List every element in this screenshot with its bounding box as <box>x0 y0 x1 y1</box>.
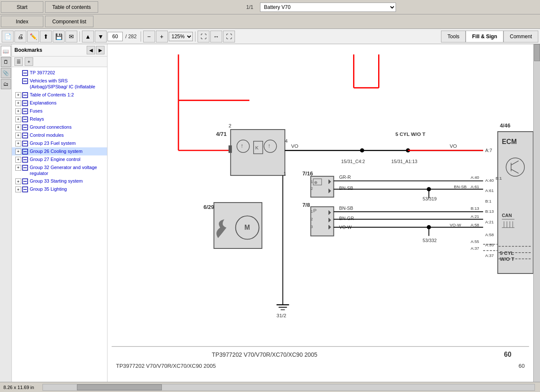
bm-vehicles-label: Vehicles with SRS (Airbag)/SIPSbag/ IC (… <box>30 78 105 90</box>
bm-explanations-label: Explanations <box>30 100 57 106</box>
svg-text:15/31_C4:2: 15/31_C4:2 <box>341 159 365 164</box>
svg-text:A:55: A:55 <box>471 239 480 244</box>
footer-right: 60 <box>519 363 525 369</box>
svg-text:↑: ↑ <box>268 143 271 149</box>
bm-g23-icon <box>22 141 28 147</box>
toolbar-sep1 <box>79 31 80 42</box>
bm-toc-expand[interactable]: + <box>15 92 21 98</box>
svg-text:4/71: 4/71 <box>216 131 226 137</box>
toolbar-upload-btn[interactable]: 📄 <box>2 31 14 42</box>
component-list-button[interactable]: Component list <box>45 16 93 27</box>
bm-explanations-icon <box>22 100 28 106</box>
toolbar-next-btn[interactable]: ▼ <box>95 31 107 42</box>
bm-g33-expand[interactable]: + <box>15 178 21 184</box>
sidebar-new-bookmark-btn[interactable]: + <box>25 57 33 66</box>
svg-text:4/46: 4/46 <box>500 122 510 129</box>
tools-button[interactable]: Tools <box>441 31 466 42</box>
toolbar-fullscreen-btn[interactable]: ⛶ <box>223 31 235 42</box>
bm-ground-label: Ground connections <box>30 124 71 130</box>
comment-button[interactable]: Comment <box>503 31 538 42</box>
bm-g26[interactable]: + Group 26 Cooling system <box>12 147 107 155</box>
zoom-select[interactable]: 125% 100% 75% 150% <box>169 32 193 41</box>
vertical-scrollbar[interactable] <box>533 44 540 382</box>
svg-text:B:1: B:1 <box>485 199 492 203</box>
toolbar-upload2-btn[interactable]: ⬆ <box>40 31 52 42</box>
panel-bookmarks-icon[interactable]: 📖 <box>1 46 11 56</box>
bm-control-expand[interactable]: + <box>15 133 21 138</box>
bm-g26-expand[interactable]: + <box>15 149 21 155</box>
toolbar-email-btn[interactable]: ✉ <box>65 31 77 42</box>
bm-g27-expand[interactable]: + <box>15 157 21 163</box>
toolbar-fit-page-btn[interactable]: ⛶ <box>198 31 209 42</box>
bm-explanations[interactable]: + Explanations <box>12 99 107 107</box>
bm-ground[interactable]: + Ground connections <box>12 123 107 131</box>
svg-text:1: 1 <box>284 171 286 176</box>
bm-fuses-icon <box>22 108 28 114</box>
sidebar-list-view-btn[interactable]: ☰ <box>14 57 23 66</box>
svg-text:ECM: ECM <box>502 138 517 145</box>
svg-text:BN-SB: BN-SB <box>454 184 466 189</box>
page-title-select[interactable]: Battery V70 <box>260 3 396 12</box>
svg-text:A:37: A:37 <box>471 246 479 251</box>
svg-text:1: 1 <box>311 210 313 214</box>
toolbar-sep3 <box>195 31 195 42</box>
panel-pages-icon[interactable]: 🗒 <box>1 57 11 67</box>
bm-g32[interactable]: + Group 32 Generator and voltage regulat… <box>12 164 107 178</box>
h-scroll-thumb[interactable] <box>77 384 162 390</box>
bm-relays-icon <box>22 116 28 122</box>
bm-g32-expand[interactable]: + <box>15 165 21 171</box>
svg-text:15/31_A1:13: 15/31_A1:13 <box>391 159 417 164</box>
pdf-content: ↑ K ↑ 4/71 2 4 VO <box>107 44 540 382</box>
pdf-page: ↑ K ↑ 4/71 2 4 VO <box>107 44 533 382</box>
toolbar-print-btn[interactable]: 🖨 <box>14 31 26 42</box>
v-scroll-thumb[interactable] <box>534 44 540 61</box>
sidebar-back-btn[interactable]: ◀ <box>87 46 95 54</box>
bm-g23-expand[interactable]: + <box>15 141 21 147</box>
toolbar-zoom-out-btn[interactable]: − <box>143 31 155 42</box>
bm-g23[interactable]: + Group 23 Fuel system <box>12 139 107 147</box>
svg-text:3: 3 <box>311 225 313 229</box>
index-button[interactable]: Index <box>1 16 43 27</box>
bm-g35[interactable]: + Group 35 Lighting <box>12 185 107 193</box>
page-number-input[interactable] <box>107 32 123 41</box>
bm-vehicles[interactable]: Vehicles with SRS (Airbag)/SIPSbag/ IC (… <box>12 77 107 91</box>
svg-point-48 <box>360 148 364 152</box>
svg-text:B:1: B:1 <box>496 176 502 180</box>
sidebar-fwd-btn[interactable]: ▶ <box>96 46 105 54</box>
bm-g35-label: Group 35 Lighting <box>30 186 67 192</box>
bm-g35-expand[interactable]: + <box>15 186 21 192</box>
toolbar-save-btn[interactable]: 💾 <box>53 31 65 42</box>
panel-attachments-icon[interactable]: 📎 <box>1 68 11 78</box>
svg-text:A:37: A:37 <box>485 253 494 258</box>
svg-text:A:61: A:61 <box>471 184 479 189</box>
panel-layers-icon[interactable]: 🗂 <box>1 79 11 89</box>
svg-text:4: 4 <box>285 138 288 144</box>
fill-sign-button[interactable]: Fill & Sign <box>466 31 503 42</box>
bm-g33[interactable]: + Group 33 Starting system <box>12 177 107 185</box>
bm-explanations-expand[interactable]: + <box>15 100 21 106</box>
svg-text:TP3977202 V70/V70R/XC70/XC90 2: TP3977202 V70/V70R/XC70/XC90 2005 <box>212 352 318 358</box>
toc-button[interactable]: Table of contents <box>45 1 98 13</box>
bm-g27[interactable]: + Group 27 Engine control <box>12 155 107 164</box>
page-size-label: 8.26 x 11.69 in <box>3 385 34 390</box>
bm-control[interactable]: + Control modules <box>12 131 107 139</box>
bm-fuses-expand[interactable]: + <box>15 108 21 114</box>
start-button[interactable]: Start <box>1 1 43 13</box>
horizontal-scrollbar[interactable] <box>42 384 535 391</box>
toolbar-edit-btn[interactable]: ✏️ <box>27 31 39 42</box>
toolbar-prev-btn[interactable]: ▲ <box>82 31 94 42</box>
bm-tp[interactable]: TP 3977202 <box>12 69 107 77</box>
bm-g32-icon <box>22 165 28 171</box>
svg-text:2: 2 <box>311 186 313 191</box>
bm-fuses[interactable]: + Fuses <box>12 107 107 115</box>
svg-rect-34 <box>231 130 285 175</box>
bm-relays[interactable]: + Relays <box>12 115 107 123</box>
svg-text:M: M <box>244 224 250 231</box>
bm-toc[interactable]: + Table of Contents 1:2 <box>12 91 107 99</box>
toolbar-fit-width-btn[interactable]: ↔ <box>210 31 222 42</box>
svg-text:53/319: 53/319 <box>423 196 437 201</box>
toolbar-zoom-in-btn[interactable]: + <box>156 31 168 42</box>
svg-text:A:21: A:21 <box>471 214 479 219</box>
bm-relays-expand[interactable]: + <box>15 116 21 122</box>
bm-ground-expand[interactable]: + <box>15 124 21 130</box>
